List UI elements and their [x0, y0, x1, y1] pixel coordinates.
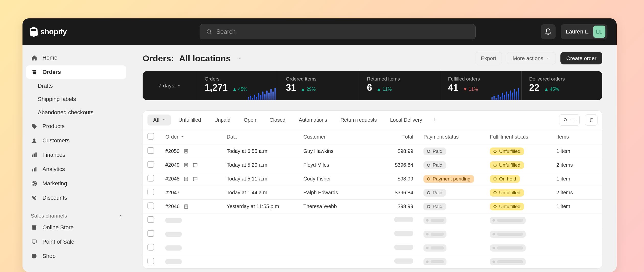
- create-order-button[interactable]: Create order: [560, 52, 602, 64]
- order-items: 2 items: [556, 190, 595, 196]
- column-customer[interactable]: Customer: [303, 134, 372, 140]
- note-icon: [183, 204, 189, 209]
- row-checkbox[interactable]: [147, 147, 154, 154]
- stats-bar: 7 days Orders 1,271 ▲ 45% Ordered items …: [143, 71, 602, 100]
- payment-status-badge: Payment pending: [423, 175, 474, 183]
- location-dropdown[interactable]: [236, 54, 244, 62]
- fulfillment-status-badge: On hold: [490, 175, 520, 183]
- stat-ordered-items[interactable]: Ordered items 31 ▲ 29%: [278, 71, 359, 100]
- sidebar-item-shipping-labels[interactable]: Shipping labels: [26, 93, 126, 105]
- svg-point-2: [33, 139, 35, 141]
- stat-label: Returned items: [367, 76, 432, 82]
- sidebar-item-discounts[interactable]: Discounts: [26, 191, 126, 205]
- tab-open[interactable]: Open: [238, 115, 262, 126]
- stat-value: 1,271: [205, 82, 228, 93]
- column-fulfillment[interactable]: Fulfillment status: [490, 134, 556, 140]
- table-row[interactable]: #2050 Today at 6:55 a.m Guy Hawkins $98.…: [143, 144, 602, 158]
- row-checkbox[interactable]: [147, 230, 154, 237]
- tab-return-requests[interactable]: Return requests: [335, 115, 382, 126]
- tab-all[interactable]: All: [147, 115, 171, 126]
- sales-channels-label: Sales channels: [31, 213, 67, 219]
- tab-closed[interactable]: Closed: [264, 115, 291, 126]
- nav-label: Abandoned checkouts: [38, 109, 94, 116]
- stat-returned-items[interactable]: Returned items 6 ▲ 11%: [359, 71, 440, 100]
- sidebar-item-customers[interactable]: Customers: [26, 134, 126, 147]
- order-items: 1 item: [556, 148, 595, 154]
- table-row[interactable]: #2048 Today at 5:11 a.m Cody Fisher $98.…: [143, 172, 602, 186]
- more-actions-button[interactable]: More actions: [507, 52, 556, 64]
- search-icon: [563, 117, 568, 122]
- row-checkbox[interactable]: [147, 189, 154, 195]
- channel-point-of-sale[interactable]: Point of Sale: [26, 235, 126, 248]
- column-items[interactable]: Items: [556, 134, 595, 140]
- sidebar-item-products[interactable]: Products: [26, 120, 126, 133]
- sort-button[interactable]: [585, 114, 597, 126]
- table-row[interactable]: #2046 Yesterday at 11:55 p.m Theresa Web…: [143, 199, 602, 213]
- tab-label: Return requests: [340, 117, 377, 123]
- tab-label: Open: [244, 117, 256, 123]
- table-row-loading: [143, 255, 602, 268]
- sidebar-item-orders[interactable]: Orders: [26, 65, 126, 79]
- sort-desc-icon: [180, 135, 185, 139]
- row-checkbox[interactable]: [147, 202, 154, 209]
- finances-icon: [31, 151, 38, 158]
- sidebar-item-marketing[interactable]: Marketing: [26, 177, 126, 190]
- row-checkbox[interactable]: [147, 244, 154, 251]
- order-id: #2047: [165, 190, 180, 196]
- order-id: #2046: [165, 203, 180, 209]
- notifications-button[interactable]: [541, 24, 556, 39]
- row-checkbox[interactable]: [147, 161, 154, 168]
- order-total: $98.99: [372, 148, 423, 154]
- export-button[interactable]: Export: [475, 52, 502, 64]
- sidebar-item-abandoned-checkouts[interactable]: Abandoned checkouts: [26, 106, 126, 119]
- nav-label: Analytics: [42, 166, 65, 173]
- channel-shop[interactable]: Shop: [26, 250, 126, 263]
- fulfillment-status-badge: Unfulfilled: [490, 148, 524, 155]
- column-order[interactable]: Order: [165, 134, 227, 140]
- stat-fulfilled-orders[interactable]: Fulfilled orders 41 ▼ 11%: [440, 71, 521, 100]
- nav-label: Shipping labels: [38, 96, 76, 103]
- column-date[interactable]: Date: [227, 134, 303, 140]
- date-range-selector[interactable]: 7 days: [143, 71, 197, 100]
- brand-name: shopify: [40, 27, 67, 36]
- sidebar-item-home[interactable]: Home: [26, 51, 126, 64]
- page-title: Orders:: [143, 53, 174, 63]
- sort-arrows-icon: [589, 117, 594, 122]
- nav-label: Marketing: [42, 180, 67, 187]
- row-checkbox[interactable]: [147, 216, 154, 223]
- row-checkbox[interactable]: [147, 258, 154, 264]
- brand-logo[interactable]: shopify: [29, 27, 67, 37]
- tab-unfulfilled[interactable]: Unfulfilled: [173, 115, 207, 126]
- discounts-icon: [31, 194, 38, 201]
- stat-delivered-orders[interactable]: Delivered orders 22 ▲ 45%: [521, 71, 602, 100]
- sidebar-item-drafts[interactable]: Drafts: [26, 80, 126, 92]
- shopify-bag-icon: [29, 27, 38, 37]
- column-total[interactable]: Total: [372, 134, 423, 140]
- table-row[interactable]: #2049 Today at 5:20 a.m Floyd Miles $396…: [143, 158, 602, 172]
- sidebar-item-analytics[interactable]: Analytics: [26, 163, 126, 176]
- channel-online-store[interactable]: Online Store: [26, 221, 126, 234]
- row-checkbox[interactable]: [147, 175, 154, 182]
- tab-unpaid[interactable]: Unpaid: [209, 115, 236, 126]
- orders-icon: [31, 69, 38, 76]
- table-row[interactable]: #2047 Today at 1:44 a.m Ralph Edwards $3…: [143, 186, 602, 199]
- svg-rect-7: [34, 168, 35, 171]
- search-filter-button[interactable]: [559, 114, 580, 126]
- select-all-checkbox[interactable]: [147, 133, 154, 140]
- account-menu[interactable]: Lauren L. LL: [561, 24, 607, 39]
- svg-rect-17: [32, 254, 36, 258]
- global-search[interactable]: Search: [200, 24, 476, 39]
- add-view-button[interactable]: +: [430, 116, 439, 124]
- sales-channels-header[interactable]: Sales channels ›: [26, 211, 126, 221]
- order-date: Yesterday at 11:55 p.m: [227, 203, 303, 209]
- svg-rect-6: [32, 169, 33, 171]
- filter-lines-icon: [571, 117, 576, 122]
- location-filter-label: All locations: [179, 53, 231, 63]
- sparkline: [248, 86, 278, 100]
- column-payment[interactable]: Payment status: [423, 134, 490, 140]
- stat-orders[interactable]: Orders 1,271 ▲ 45%: [197, 71, 278, 100]
- tab-automations[interactable]: Automations: [293, 115, 333, 126]
- tab-local-delivery[interactable]: Local Delivery: [384, 115, 428, 126]
- payment-status-badge: Paid: [423, 148, 446, 155]
- sidebar-item-finances[interactable]: Finances: [26, 148, 126, 162]
